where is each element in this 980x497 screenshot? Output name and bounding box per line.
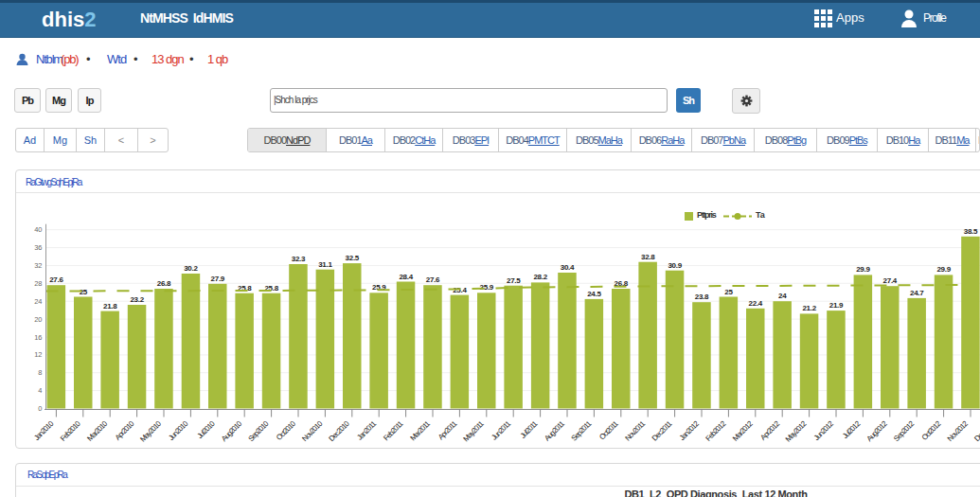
svg-text:21.9: 21.9 [829, 301, 844, 310]
svg-text:26.8: 26.8 [157, 279, 171, 288]
svg-text:Dec2012: Dec2012 [972, 419, 980, 444]
svg-text:Jan2010: Jan2010 [32, 419, 56, 443]
svg-text:30.2: 30.2 [184, 264, 198, 273]
svg-text:24: 24 [778, 292, 787, 300]
svg-text:27.6: 27.6 [426, 275, 440, 284]
svg-text:Dec2011: Dec2011 [650, 419, 674, 443]
svg-text:Nov2011: Nov2011 [623, 419, 647, 443]
svg-text:May2011: May2011 [461, 419, 486, 444]
svg-text:May2012: May2012 [784, 419, 809, 444]
svg-text:Jun2012: Jun2012 [812, 419, 836, 443]
svg-text:8: 8 [38, 368, 42, 377]
svg-text:25.9: 25.9 [480, 283, 494, 292]
svg-text:36: 36 [34, 243, 42, 252]
svg-text:Jul2010: Jul2010 [195, 419, 217, 441]
svg-text:Jun2010: Jun2010 [167, 419, 190, 443]
svg-text:32: 32 [34, 261, 42, 270]
svg-text:Nov2010: Nov2010 [300, 419, 325, 444]
svg-text:Sep2011: Sep2011 [570, 419, 594, 443]
svg-text:Jun2011: Jun2011 [490, 419, 512, 442]
svg-text:21.8: 21.8 [103, 302, 117, 311]
svg-text:Sep2012: Sep2012 [892, 419, 917, 444]
svg-text:25: 25 [724, 288, 733, 296]
svg-text:0: 0 [38, 404, 42, 413]
svg-text:20: 20 [34, 315, 42, 324]
svg-text:27.9: 27.9 [211, 275, 225, 283]
svg-text:24.7: 24.7 [910, 289, 924, 297]
svg-text:Mar2012: Mar2012 [731, 419, 755, 443]
svg-text:May2010: May2010 [138, 419, 163, 444]
svg-text:Aug2012: Aug2012 [865, 419, 890, 444]
svg-text:Mar2011: Mar2011 [409, 419, 433, 443]
svg-text:27.6: 27.6 [49, 275, 63, 284]
svg-text:30.4: 30.4 [561, 263, 575, 272]
svg-text:Aug2010: Aug2010 [220, 419, 244, 444]
svg-text:Sep2010: Sep2010 [246, 419, 271, 444]
svg-text:38.5: 38.5 [964, 227, 978, 236]
svg-text:Mar2010: Mar2010 [85, 419, 109, 443]
svg-text:30.9: 30.9 [668, 261, 682, 270]
svg-text:4: 4 [38, 386, 42, 395]
svg-text:32.5: 32.5 [346, 254, 360, 262]
svg-text:32.8: 32.8 [641, 253, 655, 261]
svg-text:21.2: 21.2 [802, 304, 816, 312]
svg-text:Feb2012: Feb2012 [704, 419, 728, 443]
svg-text:Apr2012: Apr2012 [758, 419, 781, 442]
svg-text:40: 40 [34, 225, 42, 234]
svg-text:27.4: 27.4 [883, 276, 898, 285]
svg-text:28.2: 28.2 [533, 273, 547, 281]
svg-text:28.4: 28.4 [399, 273, 413, 281]
svg-text:29.9: 29.9 [936, 265, 951, 274]
svg-text:Dec2010: Dec2010 [328, 419, 352, 444]
svg-text:Oct2012: Oct2012 [920, 419, 943, 442]
svg-text:16: 16 [34, 333, 42, 342]
svg-text:Oct2011: Oct2011 [597, 419, 620, 442]
svg-text:24.5: 24.5 [587, 290, 601, 298]
svg-text:Nov2012: Nov2012 [946, 419, 971, 444]
svg-text:29.9: 29.9 [856, 265, 870, 274]
svg-text:Jan2011: Jan2011 [355, 419, 378, 442]
svg-text:12: 12 [34, 350, 42, 359]
svg-text:Oct2010: Oct2010 [275, 419, 297, 442]
svg-text:24: 24 [34, 297, 42, 306]
svg-text:22.4: 22.4 [749, 299, 763, 308]
svg-text:32.3: 32.3 [292, 255, 306, 263]
svg-text:Apr2011: Apr2011 [437, 419, 459, 442]
svg-text:31.1: 31.1 [318, 260, 332, 269]
svg-text:Feb2011: Feb2011 [382, 419, 405, 443]
svg-text:23.2: 23.2 [130, 295, 144, 304]
svg-text:Jul2012: Jul2012 [841, 419, 863, 441]
svg-text:27.5: 27.5 [507, 276, 521, 285]
svg-text:23.8: 23.8 [695, 293, 709, 301]
svg-text:28: 28 [34, 279, 42, 288]
svg-text:Aug2011: Aug2011 [543, 419, 566, 443]
svg-text:Jan2012: Jan2012 [678, 419, 702, 443]
svg-text:Feb2010: Feb2010 [59, 419, 82, 443]
svg-text:Jul2011: Jul2011 [519, 419, 540, 440]
svg-text:Apr2010: Apr2010 [114, 419, 136, 442]
